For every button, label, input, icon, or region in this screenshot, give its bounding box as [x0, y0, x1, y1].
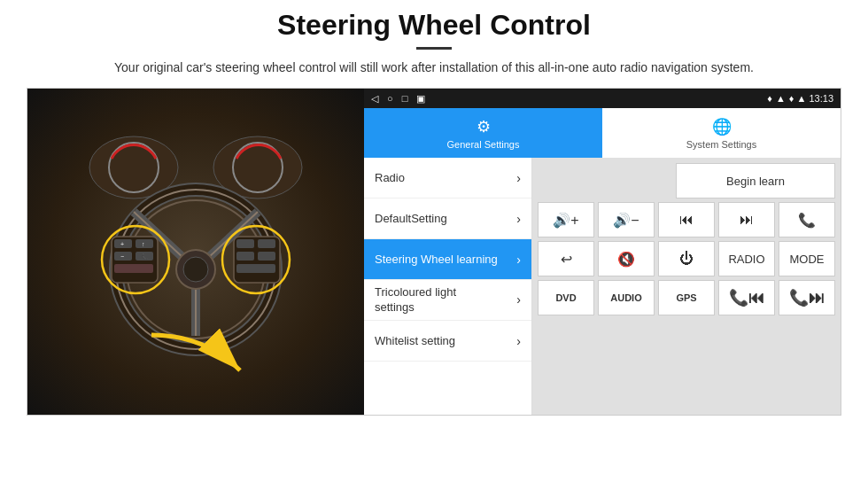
location-icon: ♦	[767, 93, 772, 104]
phone-prev-button[interactable]: 📞⏮	[718, 280, 775, 315]
prev-track-button[interactable]: ⏮	[658, 202, 715, 237]
tab-general-label: General Settings	[447, 139, 520, 150]
svg-rect-28	[258, 239, 275, 248]
radio-button[interactable]: RADIO	[718, 241, 775, 276]
menu-default-label: DefaultSetting	[375, 212, 447, 225]
title-divider	[416, 47, 452, 50]
begin-learn-row: Begin learn	[538, 163, 835, 198]
menu-item-default-setting[interactable]: DefaultSetting ›	[364, 198, 531, 239]
status-bar: ◁ ○ □ ▣ ♦ ▲ ♦ ▲ 13:13	[364, 89, 841, 108]
status-bar-left: ◁ ○ □ ▣	[371, 93, 425, 105]
chevron-icon-whitelist: ›	[516, 334, 521, 348]
svg-rect-30	[258, 252, 275, 261]
control-buttons-row2: ↩ 🔇 ⏻ RADIO MODE	[538, 241, 835, 276]
return-button[interactable]: ↩	[538, 241, 594, 276]
begin-learn-button[interactable]: Begin learn	[676, 163, 835, 198]
page-subtitle: Your original car's steering wheel contr…	[114, 58, 754, 77]
menu-steering-label: Steering Wheel learning	[375, 253, 498, 266]
main-row: Radio › DefaultSetting › Steering Wheel …	[364, 158, 841, 415]
arrow-svg	[143, 326, 258, 388]
menu-item-steering-wheel[interactable]: Steering Wheel learning ›	[364, 239, 531, 280]
tab-system[interactable]: 🌐 System Settings	[602, 108, 841, 158]
chevron-icon-radio: ›	[516, 171, 521, 185]
tab-general[interactable]: ⚙ General Settings	[364, 108, 602, 158]
nav-recents[interactable]: □	[402, 93, 408, 104]
menu-radio-label: Radio	[375, 171, 405, 184]
svg-point-15	[183, 257, 208, 282]
right-panel: Begin learn 🔊+ 🔊− ⏮ ⏭ 📞 ↩ 🔇 ⏻	[532, 158, 841, 415]
phone-next-button[interactable]: 📞⏭	[779, 280, 835, 315]
svg-text:↑: ↑	[142, 241, 145, 247]
svg-rect-27	[236, 239, 254, 248]
tab-system-label: System Settings	[686, 139, 756, 150]
vol-down-button[interactable]: 🔊−	[598, 202, 655, 237]
top-tabs: ⚙ General Settings 🌐 System Settings	[364, 108, 841, 158]
gps-button[interactable]: GPS	[658, 280, 715, 315]
svg-rect-31	[236, 264, 275, 273]
svg-text:+: +	[120, 241, 124, 247]
general-settings-icon: ⚙	[477, 117, 491, 136]
control-buttons-row3: DVD AUDIO GPS 📞⏮ 📞⏭	[538, 280, 835, 315]
clock: ♦ ▲ 13:13	[789, 93, 833, 104]
audio-button[interactable]: AUDIO	[598, 280, 655, 315]
control-buttons-row1: 🔊+ 🔊− ⏮ ⏭ 📞	[538, 202, 835, 237]
begin-learn-empty	[538, 163, 670, 198]
svg-text:−: −	[120, 253, 124, 260]
left-menu: Radio › DefaultSetting › Steering Wheel …	[364, 158, 532, 415]
content-area: + ↑ − 📞	[27, 88, 841, 416]
vol-up-button[interactable]: 🔊+	[538, 202, 594, 237]
next-track-button[interactable]: ⏭	[718, 202, 775, 237]
svg-rect-29	[236, 252, 254, 261]
svg-text:📞: 📞	[142, 253, 149, 261]
power-button[interactable]: ⏻	[658, 241, 715, 276]
chevron-icon-steering: ›	[516, 253, 521, 267]
page-title: Steering Wheel Control	[277, 9, 591, 42]
car-image-area: + ↑ − 📞	[27, 89, 364, 415]
system-settings-icon: 🌐	[712, 117, 732, 136]
phone-button[interactable]: 📞	[779, 202, 835, 237]
menu-item-radio[interactable]: Radio ›	[364, 158, 531, 198]
car-background: + ↑ − 📞	[27, 89, 364, 415]
android-ui: ◁ ○ □ ▣ ♦ ▲ ♦ ▲ 13:13 ⚙ General Settings	[364, 89, 841, 415]
menu-item-whitelist[interactable]: Whitelist setting ›	[364, 321, 531, 362]
menu-tricoloured-label: Tricoloured lightsettings	[375, 285, 456, 315]
signal-icon: ▲	[776, 93, 786, 104]
nav-cast[interactable]: ▣	[416, 93, 425, 105]
menu-whitelist-label: Whitelist setting	[375, 334, 455, 347]
dvd-button[interactable]: DVD	[538, 280, 594, 315]
mute-button[interactable]: 🔇	[598, 241, 655, 276]
nav-home[interactable]: ○	[387, 93, 393, 104]
status-bar-right: ♦ ▲ ♦ ▲ 13:13	[767, 93, 833, 104]
chevron-icon-tricoloured: ›	[516, 292, 521, 307]
nav-back[interactable]: ◁	[371, 93, 378, 105]
menu-item-tricoloured[interactable]: Tricoloured lightsettings ›	[364, 280, 531, 321]
svg-rect-21	[114, 264, 153, 273]
mode-button[interactable]: MODE	[779, 241, 835, 276]
chevron-icon-default: ›	[516, 212, 521, 226]
